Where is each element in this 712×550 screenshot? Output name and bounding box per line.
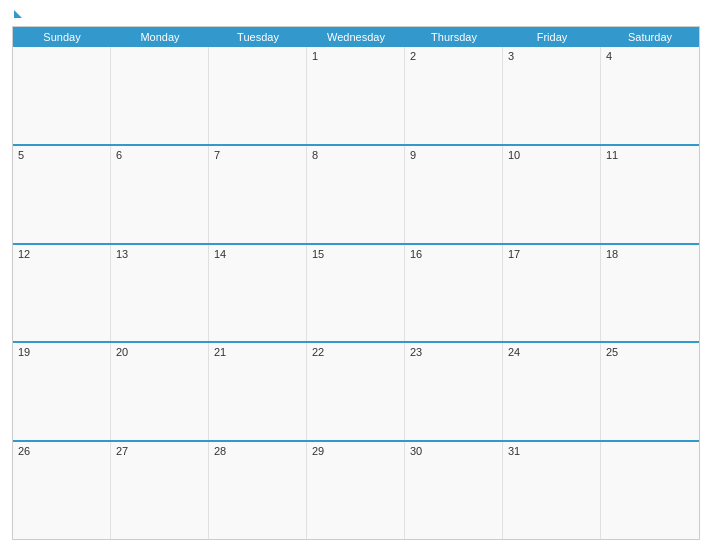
day-cell: 6: [111, 146, 209, 243]
day-number: 13: [116, 248, 128, 260]
day-number: 16: [410, 248, 422, 260]
day-cell: 7: [209, 146, 307, 243]
day-cell: [111, 47, 209, 144]
day-cell: 25: [601, 343, 699, 440]
calendar-page: SundayMondayTuesdayWednesdayThursdayFrid…: [0, 0, 712, 550]
day-header-tuesday: Tuesday: [209, 27, 307, 47]
day-number: 10: [508, 149, 520, 161]
day-cell: 13: [111, 245, 209, 342]
day-number: 20: [116, 346, 128, 358]
day-cell: 1: [307, 47, 405, 144]
day-number: 29: [312, 445, 324, 457]
logo-top-row: [12, 10, 22, 20]
day-cell: 28: [209, 442, 307, 539]
day-cell: 22: [307, 343, 405, 440]
day-cell: 31: [503, 442, 601, 539]
day-number: 14: [214, 248, 226, 260]
logo-wrapper: [12, 10, 22, 20]
day-number: 17: [508, 248, 520, 260]
weeks-container: 1234567891011121314151617181920212223242…: [13, 47, 699, 539]
day-number: 5: [18, 149, 24, 161]
day-number: 24: [508, 346, 520, 358]
day-number: 25: [606, 346, 618, 358]
day-number: 27: [116, 445, 128, 457]
day-number: 7: [214, 149, 220, 161]
day-cell: 20: [111, 343, 209, 440]
day-header-friday: Friday: [503, 27, 601, 47]
day-cell: [601, 442, 699, 539]
day-cell: 4: [601, 47, 699, 144]
day-cell: 24: [503, 343, 601, 440]
day-cell: 27: [111, 442, 209, 539]
day-cell: 14: [209, 245, 307, 342]
day-cell: 21: [209, 343, 307, 440]
week-row-5: 262728293031: [13, 440, 699, 539]
day-cell: 26: [13, 442, 111, 539]
day-number: 28: [214, 445, 226, 457]
day-header-monday: Monday: [111, 27, 209, 47]
day-number: 12: [18, 248, 30, 260]
day-cell: 23: [405, 343, 503, 440]
day-number: 2: [410, 50, 416, 62]
day-cell: [209, 47, 307, 144]
day-cell: 18: [601, 245, 699, 342]
day-cell: 19: [13, 343, 111, 440]
week-row-1: 1234: [13, 47, 699, 144]
day-cell: 29: [307, 442, 405, 539]
day-number: 26: [18, 445, 30, 457]
day-number: 8: [312, 149, 318, 161]
day-cell: 9: [405, 146, 503, 243]
day-number: 30: [410, 445, 422, 457]
day-cell: 2: [405, 47, 503, 144]
day-number: 23: [410, 346, 422, 358]
day-number: 31: [508, 445, 520, 457]
day-number: 21: [214, 346, 226, 358]
week-row-4: 19202122232425: [13, 341, 699, 440]
day-cell: 10: [503, 146, 601, 243]
day-number: 15: [312, 248, 324, 260]
day-cell: 5: [13, 146, 111, 243]
week-row-3: 12131415161718: [13, 243, 699, 342]
calendar-grid: SundayMondayTuesdayWednesdayThursdayFrid…: [12, 26, 700, 540]
logo: [12, 10, 22, 20]
day-number: 3: [508, 50, 514, 62]
day-cell: 15: [307, 245, 405, 342]
day-cell: 12: [13, 245, 111, 342]
day-cell: 30: [405, 442, 503, 539]
day-number: 6: [116, 149, 122, 161]
day-number: 18: [606, 248, 618, 260]
week-row-2: 567891011: [13, 144, 699, 243]
day-header-thursday: Thursday: [405, 27, 503, 47]
page-header: [12, 10, 700, 26]
day-cell: 11: [601, 146, 699, 243]
day-cell: 16: [405, 245, 503, 342]
logo-triangle-icon: [14, 10, 22, 18]
day-number: 22: [312, 346, 324, 358]
day-cell: 3: [503, 47, 601, 144]
day-number: 19: [18, 346, 30, 358]
day-cell: 17: [503, 245, 601, 342]
day-header-sunday: Sunday: [13, 27, 111, 47]
day-number: 9: [410, 149, 416, 161]
day-header-wednesday: Wednesday: [307, 27, 405, 47]
days-header-row: SundayMondayTuesdayWednesdayThursdayFrid…: [13, 27, 699, 47]
day-number: 4: [606, 50, 612, 62]
day-number: 11: [606, 149, 618, 161]
day-number: 1: [312, 50, 318, 62]
day-header-saturday: Saturday: [601, 27, 699, 47]
day-cell: 8: [307, 146, 405, 243]
day-cell: [13, 47, 111, 144]
